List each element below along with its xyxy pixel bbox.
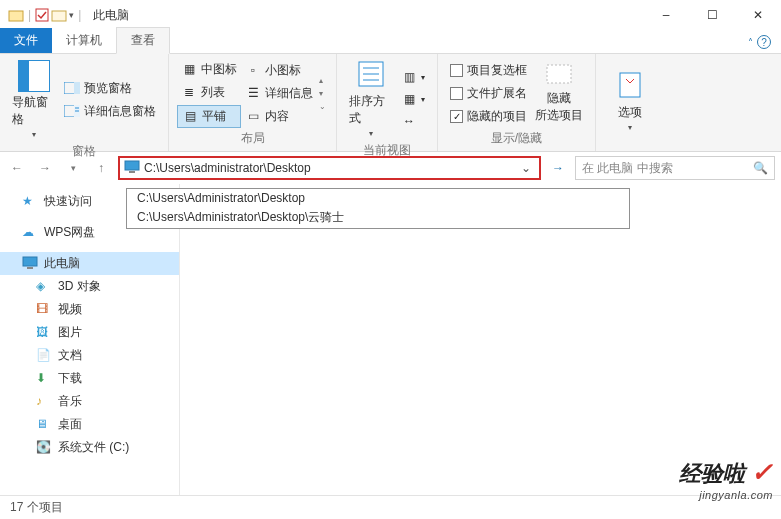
sidebar-documents[interactable]: 📄文档 [0, 344, 179, 367]
sidebar-system-c[interactable]: 💽系统文件 (C:) [0, 436, 179, 459]
group-layout-label: 布局 [177, 128, 328, 147]
desktop-icon: 🖥 [36, 417, 52, 433]
list-icon: ≣ [181, 84, 197, 100]
ribbon-group-layout: ▦中图标 ≣列表 ▤平铺 ▫小图标 ☰详细信息 ▭内容 ▴ ▾ ⌄ 布局 [169, 54, 337, 151]
svg-rect-13 [547, 65, 571, 83]
ribbon: 导航窗格 ▾ 预览窗格 详细信息窗格 窗格 ▦中图标 ≣列表 ▤平铺 [0, 54, 781, 152]
hidden-items-toggle[interactable]: 隐藏的项目 [446, 106, 531, 127]
tab-file[interactable]: 文件 [0, 28, 52, 53]
recent-dropdown[interactable]: ▾ [62, 157, 84, 179]
medium-icons-icon: ▦ [181, 61, 197, 77]
chevron-up-icon: ˄ [748, 37, 753, 48]
autosize-icon: ↔ [401, 113, 417, 129]
autocomplete-item[interactable]: C:\Users\Administrator\Desktop [127, 189, 629, 207]
layout-content[interactable]: ▭内容 [241, 106, 317, 127]
preview-pane-icon [64, 80, 80, 96]
item-checkboxes-toggle[interactable]: 项目复选框 [446, 60, 531, 81]
svg-rect-14 [620, 73, 640, 97]
size-columns-button[interactable]: ↔ [397, 111, 429, 131]
layout-list[interactable]: ≣列表 [177, 82, 241, 103]
nav-pane-icon [18, 60, 50, 92]
small-icons-icon: ▫ [245, 62, 261, 78]
sort-button[interactable]: 排序方式 ▾ [345, 58, 397, 140]
minimize-button[interactable]: – [643, 0, 689, 30]
sidebar-desktop[interactable]: 🖥桌面 [0, 413, 179, 436]
qat-folder-icon[interactable] [51, 7, 67, 23]
watermark: 经验啦 ✓ jingyanla.com [679, 457, 773, 501]
cloud-icon: ☁ [22, 225, 38, 241]
document-icon: 📄 [36, 348, 52, 364]
svg-rect-2 [52, 11, 66, 21]
picture-icon: 🖼 [36, 325, 52, 341]
columns-icon: ▦ [401, 91, 417, 107]
svg-rect-4 [74, 82, 80, 94]
nav-pane-button[interactable]: 导航窗格 ▾ [8, 58, 60, 141]
search-icon: 🔍 [753, 161, 768, 175]
sidebar-videos[interactable]: 🎞视频 [0, 298, 179, 321]
dropdown-icon: ▾ [32, 130, 36, 139]
sort-icon [357, 60, 385, 91]
preview-pane-button[interactable]: 预览窗格 [60, 78, 160, 99]
dropdown-icon: ▾ [628, 123, 632, 132]
layout-scroll-down[interactable]: ▾ [317, 87, 328, 100]
ribbon-group-showhide: 项目复选框 文件扩展名 隐藏的项目 隐藏 所选项目 显示/隐藏 [438, 54, 596, 151]
layout-scroll-up[interactable]: ▴ [317, 74, 328, 87]
details-pane-button[interactable]: 详细信息窗格 [60, 101, 160, 122]
svg-rect-16 [129, 171, 135, 173]
star-icon: ★ [22, 194, 38, 210]
hide-selected-button[interactable]: 隐藏 所选项目 [531, 61, 587, 126]
layout-medium-icons[interactable]: ▦中图标 [177, 59, 241, 80]
content-pane[interactable]: ﹀ 设备和驱动器 (9) [180, 184, 781, 495]
checkbox-icon [450, 87, 463, 100]
svg-rect-0 [9, 11, 23, 21]
ribbon-group-pane: 导航窗格 ▾ 预览窗格 详细信息窗格 窗格 [0, 54, 169, 151]
details-icon: ☰ [245, 85, 261, 101]
pc-icon [22, 256, 38, 272]
dropdown-icon: ▾ [369, 129, 373, 138]
download-icon: ⬇ [36, 371, 52, 387]
address-input[interactable]: C:\Users\administrator\Desktop ⌄ [118, 156, 541, 180]
forward-button[interactable]: → [34, 157, 56, 179]
options-button[interactable]: 选项 ▾ [604, 69, 656, 134]
autocomplete-item[interactable]: C:\Users\Administrator\Desktop\云骑士 [127, 207, 629, 228]
address-text: C:\Users\administrator\Desktop [144, 161, 517, 175]
tiles-icon: ▤ [182, 108, 198, 124]
back-button[interactable]: ← [6, 157, 28, 179]
svg-rect-15 [125, 161, 139, 170]
layout-details[interactable]: ☰详细信息 [241, 83, 317, 104]
close-button[interactable]: ✕ [735, 0, 781, 30]
address-autocomplete: C:\Users\Administrator\Desktop C:\Users\… [126, 188, 630, 229]
sidebar-downloads[interactable]: ⬇下载 [0, 367, 179, 390]
check-icon: ✓ [751, 457, 773, 487]
ribbon-group-current: 排序方式 ▾ ▥▾ ▦▾ ↔ 当前视图 [337, 54, 438, 151]
layout-more[interactable]: ⌄ [317, 100, 328, 113]
go-button[interactable]: → [547, 157, 569, 179]
qat-checked-icon[interactable] [35, 8, 49, 22]
search-input[interactable]: 在 此电脑 中搜索 🔍 [575, 156, 775, 180]
nav-sidebar: ★ 快速访问 ☁ WPS网盘 此电脑 ◈3D 对象 🎞视频 🖼图片 📄文档 ⬇下… [0, 184, 180, 495]
qat-dropdown-icon[interactable]: ▾ [69, 10, 74, 20]
address-dropdown-icon[interactable]: ⌄ [517, 161, 535, 175]
tab-view[interactable]: 查看 [116, 27, 170, 54]
layout-small-icons[interactable]: ▫小图标 [241, 60, 317, 81]
group-icon: ▥ [401, 69, 417, 85]
status-bar: 17 个项目 [0, 495, 781, 519]
sidebar-3d-objects[interactable]: ◈3D 对象 [0, 275, 179, 298]
layout-tiles[interactable]: ▤平铺 [177, 105, 241, 128]
sidebar-music[interactable]: ♪音乐 [0, 390, 179, 413]
svg-rect-17 [23, 257, 37, 266]
video-icon: 🎞 [36, 302, 52, 318]
up-button[interactable]: ↑ [90, 157, 112, 179]
music-icon: ♪ [36, 394, 52, 410]
search-placeholder: 在 此电脑 中搜索 [582, 160, 673, 177]
tab-computer[interactable]: 计算机 [52, 28, 116, 53]
pc-icon [124, 160, 140, 176]
group-by-button[interactable]: ▥▾ [397, 67, 429, 87]
ribbon-help[interactable]: ˄ ? [738, 31, 781, 53]
svg-rect-1 [36, 9, 48, 21]
add-columns-button[interactable]: ▦▾ [397, 89, 429, 109]
maximize-button[interactable]: ☐ [689, 0, 735, 30]
sidebar-this-pc[interactable]: 此电脑 [0, 252, 179, 275]
sidebar-pictures[interactable]: 🖼图片 [0, 321, 179, 344]
file-ext-toggle[interactable]: 文件扩展名 [446, 83, 531, 104]
